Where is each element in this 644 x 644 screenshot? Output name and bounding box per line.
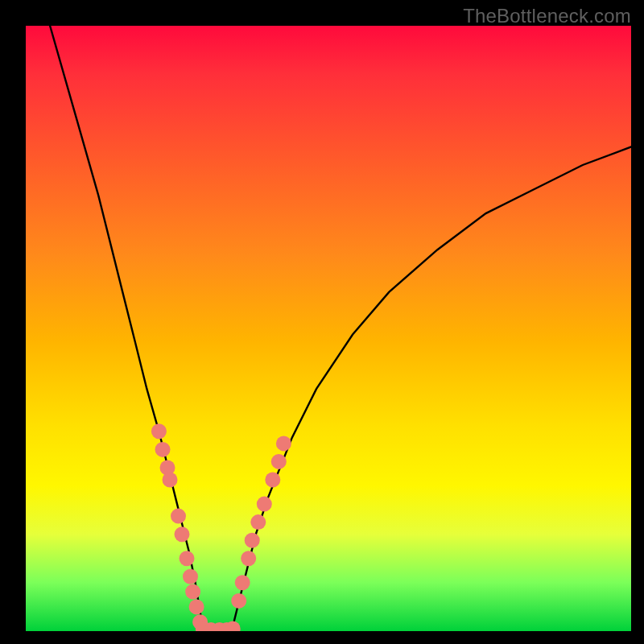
bottleneck-curve: [50, 26, 631, 631]
data-dot: [151, 423, 167, 439]
data-dot: [265, 473, 280, 488]
data-dot: [250, 514, 266, 530]
data-dot: [171, 509, 186, 524]
data-dot: [155, 442, 171, 457]
data-dot: [163, 473, 178, 488]
data-dot: [180, 551, 195, 566]
data-dot: [271, 454, 287, 469]
chart-frame: TheBottleneck.com: [0, 0, 644, 644]
data-dot: [257, 497, 272, 512]
data-dot: [231, 593, 246, 609]
data-dot: [276, 436, 291, 451]
watermark-text: TheBottleneck.com: [463, 5, 631, 27]
bottleneck-curve-svg: [26, 26, 631, 631]
data-dot: [185, 584, 200, 600]
data-dot: [235, 575, 250, 590]
data-dots: [151, 423, 291, 631]
plot-area: [26, 26, 631, 631]
data-dot: [245, 533, 260, 548]
data-dot: [241, 551, 256, 566]
data-dot: [175, 526, 190, 542]
data-dot: [189, 599, 204, 614]
data-dot: [183, 569, 198, 584]
